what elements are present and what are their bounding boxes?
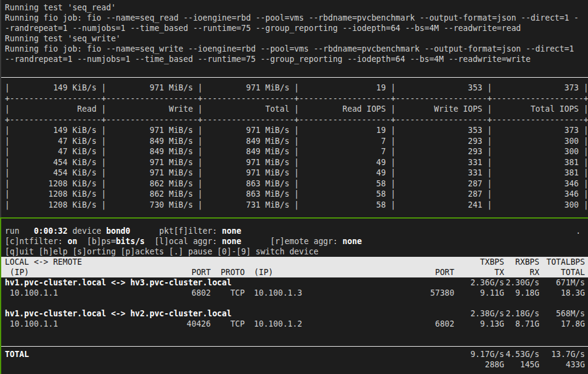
total-volume: 433G	[1, 359, 585, 370]
total-totalbps: 13.7G/s	[1, 349, 585, 359]
keybinds-text: [q]uit [h]elp [s]orting [p]ackets [.] pa…	[5, 246, 318, 257]
fio-benchmark-pane: Running test 'seq_read'Running fio job: …	[0, 0, 588, 217]
netmon-keybinds-line: [q]uit [h]elp [s]orting [p]ackets [.] pa…	[1, 246, 588, 257]
run-timer-device-text: run 0:00:32 device bond0 pkt[f]ilter: no…	[5, 226, 241, 236]
totals-divider-rule	[1, 346, 588, 347]
cursor-dot: .	[576, 226, 581, 236]
connection-detail-row[interactable]: 10.100.1.1 6802 TCP 10.100.1.3 57380 9.1…	[1, 288, 588, 298]
header-totalbps: TOTALBPS	[1, 257, 585, 267]
connection-hosts-row[interactable]: hv1.pvc-cluster.local <-> hv2.pvc-cluste…	[1, 308, 588, 319]
terminal-screen[interactable]: Running test 'seq_read'Running fio job: …	[0, 0, 588, 374]
header-row-1: LOCAL <-> REMOTE TXBPS RXBPS TOTALBPS	[1, 257, 588, 267]
header-row-2: (IP) PORT PROTO (IP) PORT TX RX TOTAL	[1, 267, 588, 277]
netmon-pane: run 0:00:32 device bond0 pkt[f]ilter: no…	[0, 219, 588, 374]
section-divider-rule	[1, 77, 588, 78]
connection-hosts-row[interactable]: hv1.pvc-cluster.local <-> hv3.pvc-cluste…	[1, 277, 588, 288]
netmon-header-bar: LOCAL <-> REMOTE TXBPS RXBPS TOTALBPS (I…	[1, 257, 588, 277]
connection-detail-row[interactable]: 10.100.1.1 40426 TCP 10.100.1.2 6802 9.1…	[1, 319, 588, 329]
totals-volume-row: 288G 145G 433G	[1, 359, 588, 370]
conn-total: 17.8G	[1, 319, 585, 329]
netmon-status-line-run: run 0:00:32 device bond0 pkt[f]ilter: no…	[1, 226, 588, 236]
netmon-status-line-filters: [c]ntfilter: on [b]ps=bits/s [l]ocal agg…	[1, 236, 588, 246]
conn-totalbps: 568M/s	[1, 308, 585, 319]
totals-rate-row: TOTAL 9.17G/s 4.53G/s 13.7G/s	[1, 349, 588, 359]
filter-aggr-text: [c]ntfilter: on [b]ps=bits/s [l]ocal agg…	[5, 236, 362, 246]
header-total: TOTAL	[1, 267, 585, 277]
benchmark-table: | 149 KiB/s | 971 MiB/s | 971 MiB/s | 19…	[1, 83, 588, 210]
fio-output: Running test 'seq_read'Running fio job: …	[1, 2, 588, 64]
conn-total: 18.3G	[1, 288, 585, 298]
conn-totalbps: 671M/s	[1, 277, 585, 288]
